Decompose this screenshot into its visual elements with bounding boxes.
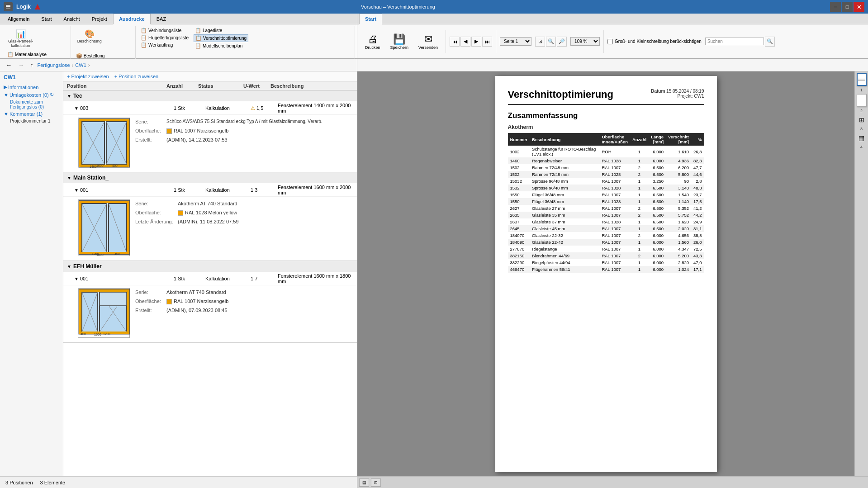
- minimize-button[interactable]: −: [830, 2, 841, 12]
- case-sensitive-checkbox[interactable]: [607, 39, 613, 44]
- btn-modellscheibenplan[interactable]: 📋Modellscheibenplan: [194, 43, 248, 49]
- table-row: 2637 Glasleiste 37 mm RAL 1028 1 6.500 1…: [508, 218, 704, 225]
- item-ms-001-row[interactable]: ▼001 1 Stk Kalkulation 1,3 Fensterelemen…: [63, 183, 357, 197]
- item-003-row[interactable]: ▼003 1 Stk Kalkulation ⚠1,5 Fenstereleme…: [63, 101, 357, 115]
- zoom-dropdown[interactable]: 109 %: [570, 37, 600, 46]
- item-ms-001-info: Serie: Akotherm AT 740 Standard Oberfläc…: [135, 199, 353, 256]
- tab-baz[interactable]: BAZ: [151, 14, 172, 24]
- th-verschnitt: Verschnitt[mm]: [666, 133, 691, 146]
- maximize-button[interactable]: □: [842, 2, 853, 12]
- lot-efh-name: EFH Müller: [73, 263, 102, 270]
- nav-up-btn[interactable]: ↑: [28, 61, 36, 69]
- btn-beschichtung[interactable]: 🎨 Beschichtung: [75, 27, 104, 45]
- search-btn[interactable]: 🔍: [765, 37, 775, 47]
- lot-efh-header[interactable]: ▼ EFH Müller: [63, 261, 357, 272]
- btn-verschnittoptimierung[interactable]: 📋Verschnittoptimierung: [194, 34, 248, 42]
- svg-text:400: 400: [114, 252, 120, 256]
- item-efh-001-info: Serie: Akotherm AT 740 Standard Oberfläc…: [135, 288, 353, 338]
- zoom-fit-btn[interactable]: ⊡: [535, 37, 545, 47]
- btn-speichern[interactable]: 💾 Speichern: [386, 31, 413, 52]
- refresh-icon[interactable]: ↻: [50, 92, 54, 98]
- breadcrumb-cw1[interactable]: CW1: [75, 62, 86, 68]
- nav-last-btn[interactable]: ⏭: [482, 37, 492, 47]
- left-title-bar: Logik: [0, 0, 357, 14]
- page-num-1: 1: [860, 88, 863, 92]
- table-row: 277870 Riegelstange RAL 1007 1 6.000 4.3…: [508, 246, 704, 252]
- preview-bottom-bar: ▤ ⊡: [357, 476, 868, 488]
- color-dot-ms: [178, 210, 183, 216]
- color-dot-efh: [166, 299, 172, 304]
- btn-versenden[interactable]: ✉ Versenden: [414, 31, 442, 52]
- btn-projekt-zuweisen[interactable]: + Projekt zuweisen: [67, 74, 109, 79]
- table-row: 1460 Regenabweiser RAL 1028 1 6.000 4.93…: [508, 157, 704, 164]
- page-icon-1[interactable]: [857, 73, 867, 86]
- btn-werkauftrag[interactable]: 📋Werkauftrag: [139, 42, 190, 48]
- btn-lagerliste[interactable]: 📋Lagerliste: [194, 27, 248, 34]
- project-info-section[interactable]: ▶ Informationen: [4, 84, 59, 90]
- nav-back-btn[interactable]: ←: [4, 61, 14, 69]
- vorschau-tab-start[interactable]: Start: [359, 14, 382, 24]
- nav-forward-btn[interactable]: →: [16, 61, 26, 69]
- lot-tec: ▼ Tec ▼003 1 Stk Kalkulation ⚠1,5: [63, 90, 357, 172]
- table-row: 2627 Glasleiste 27 mm RAL 1007 2 6.500 5…: [508, 205, 704, 212]
- th-prozent: %: [691, 133, 704, 146]
- nav-prev-btn[interactable]: ◀: [460, 37, 470, 47]
- action-buttons: 🖨 Drucken 💾 Speichern ✉ Versenden: [361, 31, 442, 52]
- btn-fluegelfertigungsliste[interactable]: 📋Flügelfertigungsliste: [139, 34, 190, 41]
- svg-text:1400: 1400: [90, 165, 97, 168]
- table-row: 1532 Sprosse 96/48 mm RAL 1028 1 6.500 3…: [508, 185, 704, 191]
- btn-verbindungsliste[interactable]: 📋Verbindungsliste: [139, 27, 190, 34]
- breadcrumb-bar: ← → ↑ Fertigungslose › CW1 ›: [0, 59, 357, 71]
- case-sensitive-label[interactable]: Groß- und Kleinschreibung berücksichtige…: [607, 39, 702, 44]
- zoom-out-btn[interactable]: 🔎: [557, 37, 567, 47]
- tab-projekt[interactable]: Projekt: [86, 14, 113, 24]
- project-dokumente[interactable]: Dokumente zum Fertigungslos (0): [4, 99, 59, 109]
- preview-bottom-btn2[interactable]: ⊡: [371, 479, 381, 487]
- btn-materialanalyse[interactable]: 📋Materialanalyse: [5, 51, 67, 58]
- app-menu-icon[interactable]: [4, 2, 13, 11]
- btn-glas-kalkulation[interactable]: 📊 Glas-/Paneel-kalkulation: [5, 27, 36, 50]
- window-controls: − □ ✕: [830, 2, 864, 12]
- expand-icon: ▶: [4, 84, 7, 90]
- btn-position-zuweisen[interactable]: + Position zuweisen: [114, 74, 159, 79]
- nav-group: ⏮ ◀ ▶ ⏭: [450, 37, 492, 47]
- zoom-in-btn[interactable]: 🔍: [546, 37, 556, 47]
- page-num-3: 3: [860, 127, 863, 131]
- lot-main-station-header[interactable]: ▼ Main Station_: [63, 172, 357, 183]
- lot-tec-header[interactable]: ▼ Tec: [63, 90, 357, 101]
- item-efh-001-detail: 400 1200 1600 Serie: Akotherm AT: [63, 285, 357, 342]
- page-icon-2[interactable]: [857, 94, 867, 107]
- tab-allgemein[interactable]: Allgemein: [2, 14, 35, 24]
- close-button[interactable]: ✕: [854, 2, 864, 12]
- tab-ansicht[interactable]: Ansicht: [58, 14, 86, 24]
- lot-efh-expand: ▼: [67, 264, 71, 269]
- th-nummer: Nummer: [508, 133, 530, 146]
- breadcrumb-fertigungslose[interactable]: Fertigungslose: [38, 62, 70, 68]
- project-umlagekosten[interactable]: ▼ Umlagekosten (0) ↻: [4, 92, 59, 98]
- project-kommentar[interactable]: ▼ Kommentar (1): [4, 111, 59, 117]
- grid-view-icon[interactable]: ⊞: [857, 115, 867, 125]
- search-input[interactable]: [705, 38, 764, 45]
- item-efh-001-row[interactable]: ▼001 1 Stk Kalkulation 1,7 Fensterelemen…: [63, 272, 357, 285]
- nav-first-btn[interactable]: ⏮: [450, 37, 460, 47]
- preview-panel: Verschnittoptimierung Datum 15.05.2024 /…: [357, 71, 868, 488]
- preview-table: Nummer Beschreibung OberflächeInnen/Auße…: [508, 133, 704, 273]
- svg-rect-40: [79, 289, 129, 292]
- page-dropdown[interactable]: Seite 1: [500, 37, 531, 46]
- table-row: 2635 Glasleiste 35 mm RAL 1007 2 6.500 5…: [508, 212, 704, 218]
- btn-bestellung[interactable]: 📦Bestellung: [75, 52, 132, 59]
- lot-tec-name: Tec: [73, 93, 82, 99]
- nav-next-btn[interactable]: ▶: [471, 37, 481, 47]
- preview-bottom-btn1[interactable]: ▤: [359, 479, 369, 487]
- collapse-icon: ▼: [4, 92, 9, 98]
- project-title[interactable]: CW1: [4, 74, 59, 81]
- btn-drucken[interactable]: 🖨 Drucken: [361, 31, 384, 52]
- tab-start[interactable]: Start: [35, 14, 57, 24]
- lot-tec-item-003: ▼003 1 Stk Kalkulation ⚠1,5 Fenstereleme…: [63, 101, 357, 172]
- tab-ausdrucke[interactable]: Ausdrucke: [113, 14, 151, 24]
- svg-rect-41: [79, 289, 81, 334]
- lot-main-station-item-001: ▼001 1 Stk Kalkulation 1,3 Fensterelemen…: [63, 183, 357, 261]
- preview-scroll[interactable]: Verschnittoptimierung Datum 15.05.2024 /…: [357, 71, 854, 476]
- panel-view-icon[interactable]: ▦: [857, 133, 867, 143]
- preview-content-area: Verschnittoptimierung Datum 15.05.2024 /…: [357, 71, 868, 476]
